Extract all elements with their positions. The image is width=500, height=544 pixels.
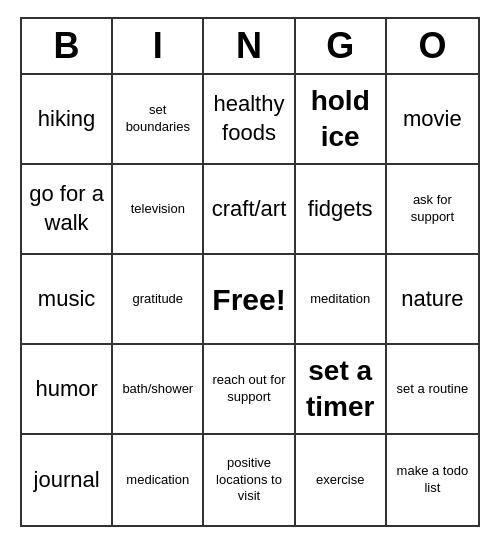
bingo-cell: fidgets xyxy=(296,165,387,255)
bingo-cell: reach out for support xyxy=(204,345,295,435)
cell-text: Free! xyxy=(212,280,285,319)
cell-text: journal xyxy=(34,466,100,495)
header-letter: G xyxy=(296,19,387,73)
cell-text: go for a walk xyxy=(26,180,107,237)
bingo-cell: Free! xyxy=(204,255,295,345)
cell-text: ask for support xyxy=(391,192,474,226)
cell-text: set a timer xyxy=(300,353,381,426)
bingo-cell: television xyxy=(113,165,204,255)
bingo-cell: movie xyxy=(387,75,478,165)
cell-text: exercise xyxy=(316,472,364,489)
bingo-cell: medication xyxy=(113,435,204,525)
bingo-cell: positive locations to visit xyxy=(204,435,295,525)
cell-text: set boundaries xyxy=(117,102,198,136)
bingo-cell: set boundaries xyxy=(113,75,204,165)
cell-text: nature xyxy=(401,285,463,314)
bingo-cell: meditation xyxy=(296,255,387,345)
bingo-cell: hold ice xyxy=(296,75,387,165)
cell-text: reach out for support xyxy=(208,372,289,406)
cell-text: television xyxy=(131,201,185,218)
bingo-cell: craft/art xyxy=(204,165,295,255)
header-letter: I xyxy=(113,19,204,73)
bingo-grid: hikingset boundarieshealthy foodshold ic… xyxy=(22,75,478,525)
header-letter: B xyxy=(22,19,113,73)
cell-text: music xyxy=(38,285,95,314)
bingo-cell: humor xyxy=(22,345,113,435)
bingo-cell: hiking xyxy=(22,75,113,165)
bingo-cell: make a todo list xyxy=(387,435,478,525)
bingo-cell: gratitude xyxy=(113,255,204,345)
cell-text: meditation xyxy=(310,291,370,308)
cell-text: craft/art xyxy=(212,195,287,224)
cell-text: healthy foods xyxy=(208,90,289,147)
bingo-cell: healthy foods xyxy=(204,75,295,165)
bingo-header: BINGO xyxy=(22,19,478,75)
cell-text: positive locations to visit xyxy=(208,455,289,506)
bingo-cell: go for a walk xyxy=(22,165,113,255)
bingo-cell: bath/shower xyxy=(113,345,204,435)
cell-text: humor xyxy=(35,375,97,404)
bingo-cell: nature xyxy=(387,255,478,345)
bingo-cell: set a timer xyxy=(296,345,387,435)
cell-text: gratitude xyxy=(132,291,183,308)
cell-text: set a routine xyxy=(397,381,469,398)
bingo-cell: music xyxy=(22,255,113,345)
bingo-cell: ask for support xyxy=(387,165,478,255)
cell-text: movie xyxy=(403,105,462,134)
cell-text: fidgets xyxy=(308,195,373,224)
header-letter: N xyxy=(204,19,295,73)
bingo-cell: exercise xyxy=(296,435,387,525)
header-letter: O xyxy=(387,19,478,73)
bingo-card: BINGO hikingset boundarieshealthy foodsh… xyxy=(20,17,480,527)
cell-text: hold ice xyxy=(300,83,381,156)
cell-text: bath/shower xyxy=(122,381,193,398)
bingo-cell: journal xyxy=(22,435,113,525)
cell-text: hiking xyxy=(38,105,95,134)
bingo-cell: set a routine xyxy=(387,345,478,435)
cell-text: medication xyxy=(126,472,189,489)
cell-text: make a todo list xyxy=(391,463,474,497)
